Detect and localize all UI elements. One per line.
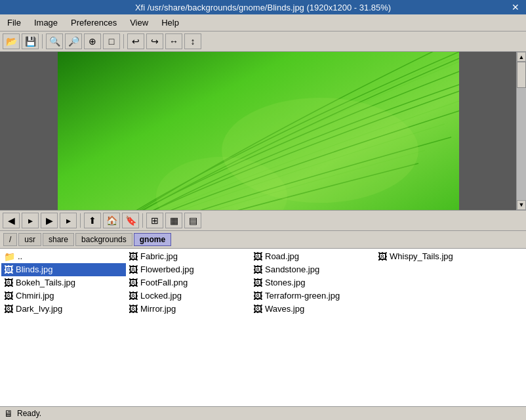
view-details-button[interactable]: ▤ (184, 213, 201, 228)
breadcrumb-item-3[interactable]: backgrounds (75, 233, 132, 246)
file-name: Chmiri.jpg (16, 291, 54, 301)
image-icon: 🖼 (253, 304, 262, 314)
flip-v-button[interactable]: ↕ (184, 33, 201, 49)
status-icon: 🖥 (4, 408, 13, 419)
image-area: ▲ ▼ (0, 52, 526, 210)
image-icon: 🖼 (4, 304, 13, 314)
file-name: Locked.jpg (140, 291, 182, 301)
vertical-scrollbar[interactable]: ▲ ▼ (516, 52, 526, 210)
file-name: Bokeh_Tails.jpg (16, 278, 75, 287)
nav-separator (80, 213, 81, 228)
image-icon: 🖼 (378, 251, 387, 262)
menu-item-help[interactable]: Help (157, 16, 184, 30)
titlebar-title: Xfi /usr/share/backgrounds/gnome/Blinds.… (135, 3, 391, 12)
save-button[interactable]: 💾 (22, 33, 39, 49)
statusbar: 🖥 Ready. (0, 406, 526, 420)
file-item[interactable]: 📁.. (1, 250, 126, 263)
file-item[interactable]: 🖼Flowerbed.jpg (126, 263, 251, 276)
view-list-button[interactable]: ⊞ (146, 213, 163, 228)
zoom-100-button[interactable]: □ (103, 33, 120, 49)
nav-back-dropdown[interactable]: ▸ (22, 213, 39, 228)
file-name: Terraform-green.jpg (265, 291, 340, 301)
breadcrumb-item-2[interactable]: share (43, 233, 74, 246)
toolbar-separator (42, 34, 43, 49)
file-item[interactable]: 🖼Locked.jpg (126, 289, 251, 303)
image-icon: 🖼 (4, 278, 13, 288)
navbar: ◀▸▶▸⬆🏠🔖⊞▦▤ (0, 210, 526, 231)
zoom-fit-button[interactable]: ⊕ (84, 33, 101, 49)
file-item[interactable]: 🖼Whispy_Tails.jpg (375, 250, 500, 263)
status-text: Ready. (17, 409, 41, 418)
filelist: 📁..🖼Fabric.jpg🖼Road.jpg🖼Whispy_Tails.jpg… (0, 249, 526, 407)
filelist-empty-cell (375, 276, 500, 289)
file-name: FootFall.png (140, 278, 188, 287)
file-item[interactable]: 🖼Dark_Ivy.jpg (1, 303, 126, 316)
scroll-thumb[interactable] (517, 62, 526, 88)
file-name: Flowerbed.jpg (140, 264, 194, 274)
file-item[interactable]: 🖼Road.jpg (251, 250, 375, 263)
image-icon: 🖼 (4, 264, 13, 275)
file-item[interactable]: 🖼Stones.jpg (251, 276, 375, 289)
file-name: Mirror.jpg (140, 304, 176, 314)
file-name: Whispy_Tails.jpg (390, 251, 453, 261)
view-thumbs-button[interactable]: ▦ (165, 213, 182, 228)
file-name: Dark_Ivy.jpg (16, 304, 62, 314)
menu-item-view[interactable]: View (125, 16, 153, 30)
close-button[interactable]: ✕ (509, 2, 522, 12)
prev-button[interactable]: ↩ (127, 33, 144, 49)
main-image (58, 52, 459, 210)
file-item[interactable]: 🖼FootFall.png (126, 276, 251, 289)
scroll-track (517, 62, 526, 200)
file-name: .. (18, 251, 22, 261)
image-icon: 🖼 (253, 264, 262, 275)
file-item[interactable]: 🖼Mirror.jpg (126, 303, 251, 316)
nav-bookmark-button[interactable]: 🔖 (122, 213, 139, 228)
file-item[interactable]: 🖼Sandstone.jpg (251, 263, 375, 276)
file-item[interactable]: 🖼Fabric.jpg (126, 250, 251, 263)
zoom-in-button[interactable]: 🔍 (46, 33, 63, 49)
breadcrumb-item-4[interactable]: gnome (134, 233, 171, 246)
file-name: Road.jpg (265, 251, 299, 261)
file-item[interactable]: 🖼Bokeh_Tails.jpg (1, 276, 126, 289)
folder-icon: 📁 (4, 251, 15, 262)
image-icon: 🖼 (129, 264, 138, 275)
menu-item-preferences[interactable]: Preferences (66, 16, 121, 30)
file-name: Blinds.jpg (16, 264, 52, 274)
toolbar-separator (123, 34, 124, 49)
file-name: Fabric.jpg (140, 251, 178, 261)
nav-back-button[interactable]: ◀ (3, 213, 20, 228)
image-icon: 🖼 (129, 304, 138, 314)
scroll-down-button[interactable]: ▼ (517, 200, 526, 210)
file-item[interactable]: 🖼Blinds.jpg (1, 263, 126, 276)
breadcrumb-item-0[interactable]: / (3, 233, 17, 246)
image-icon: 🖼 (129, 251, 138, 262)
filelist-empty-cell (375, 289, 500, 303)
filelist-empty-cell (375, 263, 500, 276)
filelist-empty-cell (375, 303, 500, 316)
menu-item-image[interactable]: Image (30, 16, 62, 30)
nav-forward-button[interactable]: ▶ (41, 213, 58, 228)
filelist-container: 📁..🖼Fabric.jpg🖼Road.jpg🖼Whispy_Tails.jpg… (0, 249, 526, 407)
breadcrumb: /usrsharebackgroundsgnome (0, 231, 526, 249)
image-viewport (0, 52, 516, 210)
file-name: Sandstone.jpg (265, 264, 319, 274)
open-button[interactable]: 📂 (3, 33, 20, 49)
image-icon: 🖼 (253, 278, 262, 288)
file-name: Stones.jpg (265, 278, 305, 287)
file-item[interactable]: 🖼Terraform-green.jpg (251, 289, 375, 303)
nav-forward-dropdown[interactable]: ▸ (60, 213, 77, 228)
nav-home-button[interactable]: 🏠 (103, 213, 120, 228)
toolbar: 📂💾🔍🔎⊕□↩↪↔↕ (0, 32, 526, 52)
flip-h-button[interactable]: ↔ (165, 33, 182, 49)
breadcrumb-item-1[interactable]: usr (18, 233, 41, 246)
titlebar: Xfi /usr/share/backgrounds/gnome/Blinds.… (0, 0, 526, 14)
file-item[interactable]: 🖼Waves.jpg (251, 303, 375, 316)
menu-item-file[interactable]: File (3, 16, 26, 30)
image-icon: 🖼 (253, 251, 262, 262)
next-button[interactable]: ↪ (146, 33, 163, 49)
file-item[interactable]: 🖼Chmiri.jpg (1, 289, 126, 303)
nav-up-button[interactable]: ⬆ (84, 213, 101, 228)
zoom-out-button[interactable]: 🔎 (65, 33, 82, 49)
nav-separator (142, 213, 143, 228)
scroll-up-button[interactable]: ▲ (517, 52, 526, 62)
